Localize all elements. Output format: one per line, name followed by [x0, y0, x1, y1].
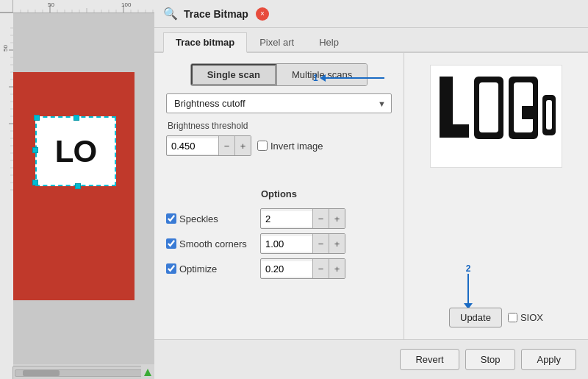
threshold-decrease-button[interactable]: − — [218, 136, 234, 155]
tab-help[interactable]: Help — [306, 32, 351, 52]
optimize-increase-button[interactable]: + — [329, 259, 345, 278]
threshold-value-input[interactable] — [167, 138, 218, 154]
annotation-2: 2 — [464, 263, 473, 309]
single-scan-button[interactable]: Single scan — [191, 64, 276, 85]
dialog-content: Single scan Multiple scans 1 Brightness … — [154, 53, 588, 339]
ruler-marks: 50 100 — [13, 0, 154, 13]
svg-text:100: 100 — [121, 1, 132, 8]
svg-marker-47 — [144, 369, 151, 376]
canvas-content: LO — [13, 13, 154, 364]
options-title: Options — [166, 185, 392, 202]
handle-mid-left-2[interactable] — [32, 180, 38, 185]
preview-panel: 2 Update SIOX — [404, 53, 588, 339]
speckles-value-input[interactable] — [261, 211, 312, 227]
mode-dropdown-row: Brightness cutoff ▼ — [166, 93, 392, 113]
canvas-logo-text: LO — [55, 134, 96, 169]
smooth-corners-checkbox[interactable] — [166, 238, 176, 249]
speckles-checkbox[interactable] — [166, 213, 176, 224]
scrollbar-track[interactable] — [15, 369, 153, 377]
optimize-checkbox[interactable] — [166, 263, 176, 274]
dialog-title: Trace Bitmap — [184, 8, 248, 20]
svg-rect-0 — [13, 0, 154, 13]
handle-top-left[interactable] — [34, 115, 40, 121]
siox-label: SIOX — [508, 312, 543, 323]
dialog-footer: Revert Stop Apply — [154, 339, 588, 379]
controls-panel: Single scan Multiple scans 1 Brightness … — [154, 53, 404, 339]
svg-rect-51 — [479, 82, 498, 132]
speckles-decrease-button[interactable]: − — [312, 209, 329, 228]
optimize-label: Optimize — [166, 263, 254, 274]
ruler-corner — [0, 0, 13, 13]
threshold-label: Brightness threshold — [166, 121, 392, 131]
svg-text:50: 50 — [2, 45, 9, 52]
update-row: Update SIOX — [449, 308, 543, 327]
canvas-corner — [141, 366, 154, 379]
threshold-increase-button[interactable]: + — [234, 136, 251, 155]
mode-dropdown[interactable]: Brightness cutoff — [166, 93, 392, 113]
speckles-text: Speckles — [179, 213, 218, 224]
apply-button[interactable]: Apply — [521, 349, 576, 370]
spacer — [166, 163, 392, 178]
ruler-left: 50 — [0, 13, 13, 379]
close-button[interactable]: × — [256, 7, 269, 21]
annotation-1: 1 — [313, 73, 384, 83]
smooth-corners-label: Smooth corners — [166, 238, 254, 249]
smooth-corners-value-input[interactable] — [261, 236, 312, 252]
ruler-top: 50 100 — [0, 0, 154, 13]
siox-checkbox[interactable] — [508, 313, 517, 322]
tab-pixel-art[interactable]: Pixel art — [247, 32, 306, 52]
optimize-value-input[interactable] — [261, 261, 312, 277]
smooth-corners-increase-button[interactable]: + — [329, 234, 345, 253]
annotation-arrow-head — [320, 74, 326, 82]
speckles-row: Speckles − + — [166, 208, 392, 229]
invert-image-checkbox[interactable] — [257, 141, 268, 151]
speckles-input-group: − + — [260, 208, 345, 229]
speckles-increase-button[interactable]: + — [329, 209, 345, 228]
revert-button[interactable]: Revert — [400, 349, 459, 370]
annotation-arrow-line — [326, 77, 384, 79]
optimize-row: Optimize − + — [166, 258, 392, 279]
optimize-input-group: − + — [260, 258, 345, 279]
smooth-corners-input-group: − + — [260, 233, 345, 254]
update-button[interactable]: Update — [449, 308, 502, 327]
dialog-titlebar: 🔍 Trace Bitmap × — [154, 0, 588, 28]
svg-text:50: 50 — [48, 1, 54, 8]
handle-mid-left[interactable] — [32, 147, 38, 153]
threshold-input-group: − + — [166, 135, 251, 156]
smooth-corners-decrease-button[interactable]: − — [312, 234, 329, 253]
preview-image — [430, 65, 562, 168]
tabs-row: Trace bitmap Pixel art Help — [154, 28, 588, 53]
handle-top-mid[interactable] — [74, 115, 79, 121]
options-section: Options Speckles − + — [166, 185, 392, 279]
stop-button[interactable]: Stop — [465, 349, 516, 370]
preview-logo-svg — [434, 69, 559, 157]
threshold-section: Brightness threshold − + Invert image — [166, 121, 392, 156]
red-background-block — [13, 72, 135, 300]
siox-text: SIOX — [520, 312, 543, 323]
annotation-1-number: 1 — [313, 73, 318, 83]
optimize-decrease-button[interactable]: − — [312, 259, 329, 278]
annotation-2-number: 2 — [466, 263, 471, 274]
preview-logo-text — [434, 69, 559, 164]
invert-image-text: Invert image — [270, 141, 323, 152]
svg-rect-54 — [522, 106, 538, 119]
logo-selection-box: LO — [35, 116, 116, 186]
speckles-label: Speckles — [166, 213, 254, 224]
canvas-area: 50 100 — [0, 0, 154, 379]
threshold-row: − + Invert image — [166, 135, 392, 156]
invert-image-label: Invert image — [257, 141, 323, 152]
svg-rect-56 — [546, 100, 552, 130]
horizontal-scrollbar[interactable] — [13, 366, 154, 379]
smooth-corners-row: Smooth corners − + — [166, 233, 392, 254]
optimize-text: Optimize — [179, 263, 217, 274]
annotation-1-arrow — [320, 74, 384, 82]
scrollbar-thumb[interactable] — [23, 370, 60, 376]
trace-bitmap-icon: 🔍 — [163, 7, 178, 21]
trace-bitmap-dialog: 🔍 Trace Bitmap × Trace bitmap Pixel art … — [154, 0, 588, 379]
smooth-corners-text: Smooth corners — [179, 238, 247, 249]
handle-bottom-mid[interactable] — [75, 183, 81, 189]
dropdown-container: 1 Brightness cutoff ▼ — [166, 93, 392, 113]
svg-rect-49 — [440, 124, 469, 138]
tab-trace-bitmap[interactable]: Trace bitmap — [163, 32, 247, 53]
update-section: 2 Update SIOX — [449, 308, 543, 327]
